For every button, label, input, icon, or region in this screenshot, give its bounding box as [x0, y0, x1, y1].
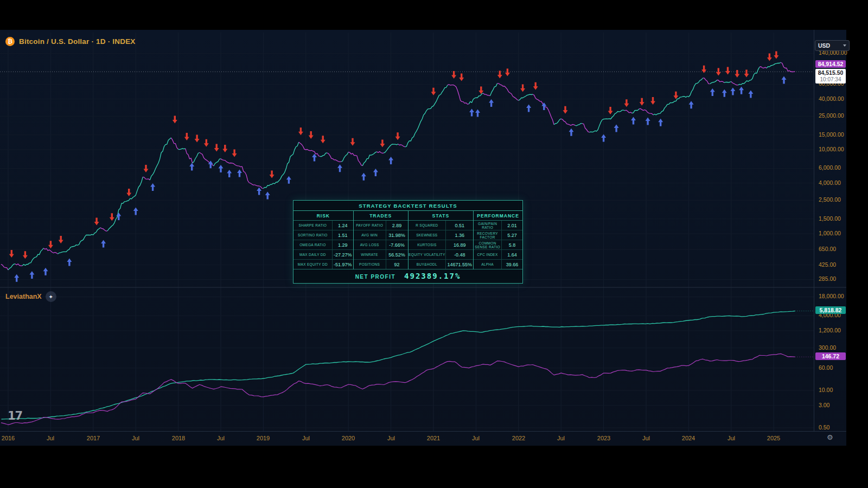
sell-arrow-icon: [23, 251, 28, 259]
sell-arrow-icon: [350, 138, 355, 146]
table-group-trades: TRADESPAYOFF RATIO2.89AVG WIN31.98%AVG L…: [354, 211, 409, 269]
metric-label: ALPHA: [474, 260, 501, 269]
metric-label: MAX EQUITY DD: [293, 260, 332, 269]
sell-arrow-icon: [431, 88, 436, 95]
price-tick-label: 6,000.00: [819, 164, 841, 171]
price-tick-label: 25,000.00: [819, 112, 844, 119]
metric-value: -0.48: [445, 250, 473, 259]
ai-sparkle-button[interactable]: ✦: [46, 291, 56, 302]
time-axis[interactable]: 2016Jul2017Jul2018Jul2019Jul2020Jul2021J…: [0, 431, 846, 446]
sell-arrow-icon: [624, 99, 629, 107]
metric-row: WINRATE56.52%: [354, 250, 408, 260]
sell-arrow-icon: [744, 70, 749, 78]
sell-arrow-icon: [459, 73, 464, 81]
backtest-table-groups: RISKSHARPE RATIO1.24SORTINO RATIO1.51OME…: [293, 211, 522, 269]
metric-value: 92: [386, 260, 408, 269]
metric-value: 1.51: [332, 230, 353, 240]
buy-arrow-icon: [373, 169, 378, 176]
metric-value: 5.8: [501, 240, 522, 249]
sell-arrow-icon: [9, 250, 14, 258]
metric-row: SHARPE RATIO1.24: [293, 221, 353, 230]
backtest-table-title: STRATEGY BACKTEST RESULTS: [293, 201, 522, 211]
buy-arrow-icon: [43, 268, 48, 275]
table-group-performance: PERFORMANCEGAIN/PAIN RATIO2.01RECOVERY F…: [474, 211, 522, 269]
time-tick-label: Jul: [302, 435, 310, 441]
symbol-header[interactable]: ₿ Bitcoin / U.S. Dollar · 1D · INDEX: [5, 37, 136, 46]
table-group-header: TRADES: [354, 211, 408, 221]
metric-label: COMMON SENSE RATIO: [474, 240, 501, 249]
indicator-pane-header: LeviathanX ✦: [5, 291, 56, 302]
metric-row: BUY&HODL14671.55%: [409, 260, 474, 269]
metric-label: AVG WIN: [354, 230, 386, 240]
sell-arrow-icon: [774, 52, 778, 59]
metric-row: OMEGA RATIO1.29: [293, 240, 353, 250]
buyhold-value-badge: 146.72: [815, 352, 846, 360]
buy-arrow-icon: [361, 173, 366, 181]
price-axis[interactable]: 140,000.0060,000.0040,000.0025,000.0015,…: [814, 30, 847, 431]
sell-arrow-icon: [563, 106, 568, 114]
metric-value: 1.64: [501, 250, 522, 259]
metric-row: AVG LOSS-7.66%: [354, 240, 408, 250]
bar-countdown: 10:07:34: [815, 76, 846, 83]
equity-value-badge: 5,818.82: [815, 306, 846, 314]
metric-label: SHARPE RATIO: [293, 221, 332, 230]
sell-arrow-icon: [126, 189, 131, 196]
buy-arrow-icon: [219, 165, 224, 172]
metric-label: SORTINO RATIO: [293, 230, 332, 240]
metric-row: GAIN/PAIN RATIO2.01: [474, 221, 522, 230]
buy-arrow-icon: [526, 105, 531, 112]
buy-arrow-icon: [189, 163, 194, 171]
metric-label: WINRATE: [354, 250, 386, 259]
table-group-header: PERFORMANCE: [474, 211, 522, 221]
chart-area[interactable]: ₿ Bitcoin / U.S. Dollar · 1D · INDEX USD…: [0, 30, 846, 446]
metric-row: CPC INDEX1.64: [474, 250, 522, 260]
current-price-badge: 84,515.5010:07:34: [815, 69, 846, 84]
metric-label: RECOVERY FACTOR: [474, 230, 501, 240]
metric-row: R SQUARED0.51: [409, 221, 474, 230]
time-tick-label: Jul: [387, 435, 395, 441]
metric-row: SKEWNESS1.36: [409, 230, 474, 240]
time-tick-label: 2023: [597, 435, 610, 441]
sell-arrow-icon: [673, 92, 678, 99]
price-tick-label: 1,000.00: [819, 230, 841, 236]
sell-arrow-icon: [173, 116, 177, 124]
buy-arrow-icon: [489, 99, 494, 107]
time-tick-label: 2021: [427, 435, 440, 441]
tradingview-logo[interactable]: 17: [8, 409, 22, 422]
axis-settings-gear-icon[interactable]: ⚙: [827, 433, 833, 441]
time-tick-label: Jul: [47, 435, 54, 441]
sell-arrow-icon: [735, 70, 739, 78]
buy-arrow-icon: [286, 176, 291, 184]
price-tick-label: 285.00: [819, 275, 836, 282]
time-tick-label: 2019: [257, 435, 270, 441]
metric-label: EQUITY VOLATILITY: [409, 250, 446, 259]
sell-arrow-icon: [144, 165, 149, 172]
price-tick-label: 40,000.00: [819, 95, 844, 102]
metric-label: PAYOFF RATIO: [354, 221, 386, 230]
indicator-price-badge: 84,914.52: [815, 60, 846, 68]
currency-selector[interactable]: USD: [815, 40, 850, 51]
buy-arrow-icon: [101, 240, 106, 248]
time-tick-label: 2017: [87, 435, 100, 441]
chevron-down-icon: [843, 44, 846, 47]
sell-arrow-icon: [232, 149, 237, 157]
sell-arrow-icon: [533, 82, 538, 90]
sell-arrow-icon: [505, 69, 510, 76]
metric-value: -51.97%: [332, 260, 353, 269]
time-tick-label: 2022: [512, 435, 525, 441]
buy-arrow-icon: [658, 119, 663, 126]
price-tick-label: 3.00: [819, 402, 829, 408]
sell-arrow-icon: [222, 145, 227, 152]
metric-label: SKEWNESS: [409, 230, 446, 240]
price-tick-label: 0.50: [819, 424, 829, 431]
metric-label: OMEGA RATIO: [293, 240, 332, 249]
metric-value: 1.24: [332, 221, 353, 230]
sell-arrow-icon: [270, 170, 275, 178]
metric-value: 56.52%: [386, 250, 408, 259]
buy-arrow-icon: [722, 89, 727, 97]
table-group-header: STATS: [409, 211, 474, 221]
buy-arrow-icon: [631, 117, 636, 125]
table-group-header: RISK: [293, 211, 353, 221]
metric-label: BUY&HODL: [409, 260, 446, 269]
indicator-name-label: LeviathanX: [5, 293, 42, 300]
